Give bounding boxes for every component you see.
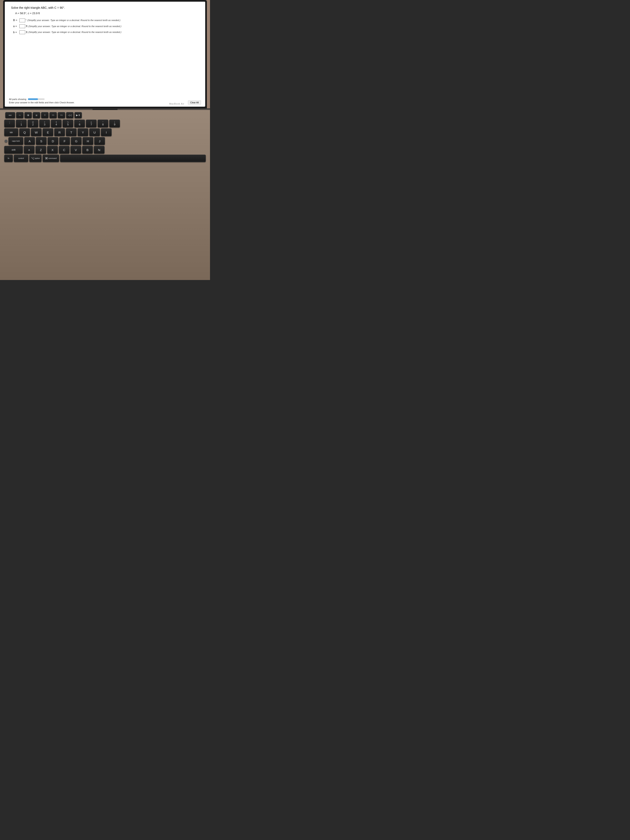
caps-lock-label: caps lock (12, 140, 20, 142)
function-row: esc F1 ☀ ⊞ ⠿ F5 F6 ◁◁ ▶⏸ (4, 112, 206, 118)
key-v[interactable]: V (70, 146, 81, 154)
f2-icon: ☀ (27, 113, 30, 117)
f1-label: F1 (19, 115, 21, 116)
key-e[interactable]: E (43, 128, 53, 136)
tab-label: tab (10, 131, 13, 134)
qwerty-row: tab Q W E R T Y U I (4, 128, 206, 136)
key-shift-left[interactable]: shift (4, 146, 23, 154)
f4-icon: ⠿ (44, 114, 46, 116)
key-f4[interactable]: ⠿ (41, 112, 49, 118)
key7-bottom: 7 (90, 123, 92, 126)
key-y[interactable]: Y (77, 128, 88, 136)
problem-title: Solve the right triangle ABC, with C = 9… (11, 5, 199, 10)
key-n[interactable]: N (94, 146, 104, 154)
u-label: U (93, 131, 96, 134)
v-label: V (75, 148, 77, 152)
s-label: S (40, 139, 42, 143)
laptop-body: Solve the right triangle ABC, with C = 9… (0, 0, 210, 280)
key-3[interactable]: # 3 (39, 120, 50, 128)
key-4[interactable]: $ 4 (51, 120, 62, 128)
key-dot-indicator[interactable] (5, 140, 8, 142)
key-g[interactable]: G (71, 137, 82, 145)
key-f8[interactable]: ▶⏸ (74, 112, 82, 118)
c-label: C (63, 148, 65, 152)
h-label: H (87, 139, 89, 143)
a-label: A (28, 139, 31, 143)
e-label: E (47, 131, 49, 134)
w-label: W (35, 131, 38, 134)
key-spacebar[interactable] (60, 155, 206, 162)
key-h[interactable]: H (82, 137, 93, 145)
key1-bottom: 1 (21, 123, 22, 126)
key-fn[interactable]: fn (4, 155, 13, 162)
key-2[interactable]: @ 2 (27, 120, 38, 128)
key-d[interactable]: D (47, 137, 58, 145)
key-w[interactable]: W (31, 128, 42, 136)
b2-instruction: (Simplify your answer. Type an integer o… (28, 30, 122, 34)
screen-inner: Solve the right triangle ABC, with C = 9… (5, 2, 205, 107)
shift-left-label: shift (12, 149, 16, 151)
progress-bar-container (28, 98, 44, 100)
content-area: Solve the right triangle ABC, with C = 9… (5, 2, 205, 40)
esc-label: esc (9, 114, 12, 116)
key-option[interactable]: ⌥ option (29, 155, 42, 162)
key-f7[interactable]: ◁◁ (66, 112, 74, 118)
key-c[interactable]: C (59, 146, 69, 154)
key-8[interactable]: * 8 (98, 120, 108, 128)
key-r[interactable]: R (54, 128, 65, 136)
key-tilde[interactable]: ~ ` (4, 120, 15, 128)
key-u[interactable]: U (89, 128, 100, 136)
key-f2[interactable]: ☀ (24, 112, 32, 118)
b-input[interactable] (19, 19, 25, 22)
given-values: A = 58.5°, c = 23.9 ft (15, 11, 199, 16)
key-up-arrow-shift[interactable]: ∧ (24, 146, 35, 154)
key-caps-lock[interactable]: caps lock (8, 137, 23, 145)
key-9[interactable]: ( 9 (109, 120, 120, 128)
key2-bottom: 2 (32, 123, 33, 126)
clear-all-button[interactable]: Clear All (188, 100, 201, 104)
key-j[interactable]: J (94, 137, 105, 145)
key-f5[interactable]: F5 (49, 112, 57, 118)
key-a[interactable]: A (24, 137, 35, 145)
key8-bottom: 8 (102, 123, 104, 126)
x-label: X (52, 148, 54, 152)
key-z[interactable]: Z (35, 146, 46, 154)
screen-container: Solve the right triangle ABC, with C = 9… (3, 0, 207, 108)
key-control[interactable]: control (14, 155, 28, 162)
key-f6[interactable]: F6 (58, 112, 65, 118)
b-instruction: (Simplify your answer. Type an integer o… (27, 19, 120, 22)
key-i[interactable]: I (101, 128, 112, 136)
key6-bottom: 6 (79, 123, 80, 126)
b2-input[interactable] (19, 30, 25, 34)
all-parts-row: All parts showing (9, 98, 44, 100)
key3-bottom: 3 (44, 123, 45, 126)
key-x[interactable]: X (47, 146, 58, 154)
command-icon: ⌘ (45, 157, 48, 160)
key-esc[interactable]: esc (5, 112, 15, 118)
key-command-left[interactable]: ⌘ command (43, 155, 59, 162)
f6-label: F6 (60, 114, 63, 116)
key-f3[interactable]: ⊞ (33, 112, 40, 118)
b-key-label: B (87, 148, 88, 152)
key-q[interactable]: Q (19, 128, 30, 136)
f7-icon: ◁◁ (68, 114, 72, 117)
n-label: N (98, 148, 100, 152)
key-tab[interactable]: tab (4, 128, 18, 136)
key9-bottom: 9 (114, 123, 115, 126)
key-b[interactable]: B (82, 146, 93, 154)
key-f[interactable]: F (59, 137, 70, 145)
a-instruction: (Simplify your answer. Type an integer o… (28, 25, 122, 28)
key-t[interactable]: T (66, 128, 77, 136)
a-input[interactable] (19, 24, 25, 28)
key-f1[interactable]: F1 (16, 112, 24, 118)
a-label: a = (13, 24, 19, 28)
f-key-label: F (63, 139, 65, 143)
key-1[interactable]: ! 1 (16, 120, 27, 128)
key-s[interactable]: S (36, 137, 47, 145)
b-field-row: B = ° (Simplify your answer. Type an int… (13, 18, 199, 22)
key-7[interactable]: & 7 (86, 120, 97, 128)
g-label: G (75, 139, 77, 143)
key-6[interactable]: ^ 6 (74, 120, 85, 128)
q-label: Q (23, 131, 26, 134)
key-5[interactable]: % 5 (63, 120, 73, 128)
